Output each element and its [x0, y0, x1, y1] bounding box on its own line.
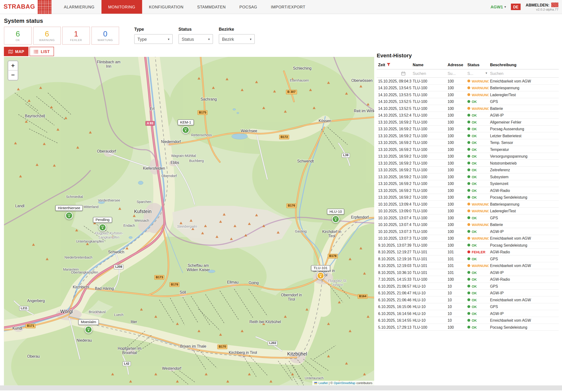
map-marker-kem-1[interactable] [182, 126, 189, 134]
map-marker-moeslalm[interactable] [85, 326, 92, 333]
event-zeit: 13.10.2025, 16:59:27 [377, 139, 411, 146]
map-canvas[interactable]: Flintsbach am InnSchlechingEttenhausenOb… [4, 57, 375, 386]
event-status: OK [466, 166, 489, 173]
event-row[interactable]: 9.10.2025, 13:07:39TLU-100100OKPocsag Se… [377, 242, 559, 249]
nav-item-konfiguration[interactable]: KONFIGURATION [142, 0, 190, 14]
nav-item-stammdaten[interactable]: STAMMDATEN [190, 0, 233, 14]
col-header-name[interactable]: Name [411, 61, 446, 69]
event-row[interactable]: 10.10.2025, 13:07:36TLU-100100WARNUNGErr… [377, 235, 559, 242]
event-row[interactable]: 13.10.2025, 16:59:27TLU-100100OKVersorgu… [377, 153, 559, 160]
event-table-body: 15.10.2025, 09:04:35TLU-100100WARNUNGErr… [377, 77, 559, 331]
map-place-label: Oberndorf in Tirol [281, 293, 303, 301]
event-adresse: 100 [446, 324, 466, 331]
status-card-ok[interactable]: 6OK [4, 27, 32, 45]
list-view-button[interactable]: LIST [30, 47, 54, 56]
status-dot-icon [468, 162, 470, 165]
antenna-icon [100, 225, 105, 230]
nav-item-pocsag[interactable]: POCSAG [233, 0, 264, 14]
zeit-filter-icon[interactable] [387, 63, 390, 67]
event-row[interactable]: 14.10.2025, 13:53:50TLU-100100WARNUNGLad… [377, 91, 559, 98]
col-header-status[interactable]: Status [466, 61, 489, 69]
status-filter-select[interactable]: Status ▾ [178, 34, 213, 44]
event-row[interactable]: 8.10.2025, 10:36:10TLU-101101OKAGW-IP [377, 269, 559, 276]
event-name: TLU-100 [411, 324, 446, 331]
map-view-button[interactable]: MAP [4, 47, 29, 56]
event-row[interactable]: 6.10.2025, 21:06:47HLU-1010OKAGW-IP [377, 290, 559, 297]
map-marker-hlu-10[interactable] [332, 215, 340, 223]
event-row[interactable]: 8.10.2025, 12:19:16TLU-101101OKGPS [377, 255, 559, 262]
event-row[interactable]: 14.10.2025, 13:52:50TLU-100100WARNUNGBat… [377, 105, 559, 112]
status-dot-icon [468, 121, 470, 124]
event-row[interactable]: 14.10.2025, 13:52:54TLU-100100OKGPS [377, 98, 559, 105]
event-zeit: 13.10.2025, 16:59:27 [377, 160, 411, 166]
event-row[interactable]: 15.10.2025, 09:04:35TLU-100100WARNUNGErr… [377, 77, 559, 84]
col-header-zeit[interactable]: Zeit [377, 61, 411, 69]
map-place-label: Schwoich [108, 250, 124, 255]
event-row[interactable]: 13.10.2025, 16:59:27TLU-100100OKTemperat… [377, 146, 559, 153]
event-status: WARNUNG [466, 235, 489, 242]
event-row[interactable]: 8.10.2025, 12:19:03TLU-101101WARNUNGErre… [377, 262, 559, 269]
event-row[interactable]: 7.10.2025, 14:15:33TLU-100100OKAGW-Radio [377, 276, 559, 283]
event-row[interactable]: 6.10.2025, 16:14:56HLU-1010OKAGW-IP [377, 310, 559, 317]
status-dot-icon [468, 203, 470, 206]
event-name: TLU-100 [411, 235, 446, 242]
event-row[interactable]: 10.10.2025, 13:07:46TLU-100100OKGPS [377, 214, 559, 221]
event-row[interactable]: 6.10.2025, 21:06:57HLU-1010OKGPS [377, 283, 559, 290]
zeit-filter-cell[interactable] [377, 69, 411, 78]
col-header-adresse[interactable]: Adresse [446, 61, 466, 69]
event-row[interactable]: 13.10.2025, 16:59:25TLU-100100OKPocsag S… [377, 194, 559, 201]
col-header-beschreibung[interactable]: Beschreibung [489, 61, 559, 69]
name-filter-input[interactable]: Suchen [411, 69, 446, 78]
status-card-wartung[interactable]: 0WARTUNG [91, 27, 119, 45]
event-row[interactable]: 8.10.2025, 12:19:27TLU-101101FEHLERAGW-R… [377, 249, 559, 255]
calendar-icon[interactable] [378, 71, 410, 76]
event-zeit: 10.10.2025, 13:09:41 [377, 201, 411, 208]
event-row[interactable]: 13.10.2025, 16:59:27TLU-100100OKSubsyste… [377, 173, 559, 180]
event-row[interactable]: 10.10.2025, 13:07:42TLU-100100WARNUNGBat… [377, 221, 559, 228]
type-filter-select[interactable]: Type ▾ [134, 34, 173, 44]
map-place-label: Schmiedtal [66, 195, 83, 199]
event-row[interactable]: 13.10.2025, 16:59:27TLU-100100OKAllgemei… [377, 119, 559, 125]
language-toggle[interactable]: DE [511, 4, 521, 10]
event-row[interactable]: 10.10.2025, 13:09:03TLU-100100WARNUNGLad… [377, 208, 559, 214]
event-row[interactable]: 13.10.2025, 16:59:27TLU-100100OKSystemze… [377, 180, 559, 187]
flag-icon [314, 382, 317, 384]
status-card-warnung[interactable]: 6WARNUNG [33, 27, 61, 45]
nav-item-monitoring[interactable]: MONITORING [101, 0, 142, 14]
event-row[interactable]: 13.10.2025, 16:59:27TLU-100100OKAGW-Radi… [377, 187, 559, 194]
map-marker-tlu-101[interactable] [317, 272, 325, 279]
status-text: WARNUNG [472, 209, 489, 213]
status-text: OK [472, 270, 477, 274]
map-marker-hinterthiersee[interactable] [65, 212, 73, 220]
openstreetmap-link[interactable]: OpenStreetMap [334, 381, 355, 385]
adresse-filter-input[interactable]: Su... [446, 69, 466, 78]
logout-button[interactable]: ABMELDEN: v2.0.2-alpha.77 [526, 3, 559, 11]
beschreibung-filter-input[interactable]: Suchen [489, 69, 559, 78]
event-row[interactable]: 13.10.2025, 16:59:27TLU-100100OKTemp. Se… [377, 139, 559, 146]
zoom-out-button[interactable]: − [8, 71, 18, 80]
nav-item-alarmierung[interactable]: ALARMIERUNG [57, 0, 102, 14]
event-row[interactable]: 10.10.2025, 13:09:41TLU-100100WARNUNGBat… [377, 201, 559, 208]
event-row[interactable]: 14.10.2025, 13:54:50TLU-100100WARNUNGBat… [377, 84, 559, 91]
event-row[interactable]: 13.10.2025, 16:59:27TLU-100100OKLetzter … [377, 132, 559, 139]
nav-item-import-export[interactable]: IMPORT/EXPORT [264, 0, 312, 14]
agw-selector[interactable]: AGW1 ▾ [491, 5, 506, 9]
event-status: OK [466, 98, 489, 105]
event-row[interactable]: 6.10.2025, 21:06:46HLU-1010OKErreichbark… [377, 296, 559, 303]
status-card-fehler[interactable]: 1FEHLER [62, 27, 90, 45]
status-filter-select[interactable]: S...▾ [466, 69, 489, 78]
bezirk-filter-select[interactable]: Bezirk ▾ [219, 34, 255, 44]
map-marker-pendling[interactable] [99, 224, 106, 231]
event-row[interactable]: 6.10.2025, 16:14:55HLU-1010OKErreichbark… [377, 317, 559, 324]
event-row[interactable]: 13.10.2025, 16:59:27TLU-100100OKPocsag A… [377, 125, 559, 132]
event-row[interactable]: 10.10.2025, 13:07:36TLU-100100OKAGW-IP [377, 228, 559, 235]
event-row[interactable]: 13.10.2025, 16:59:27TLU-100100OKZeitrefe… [377, 166, 559, 173]
event-row[interactable]: 6.10.2025, 16:15:06HLU-1010OKGPS [377, 303, 559, 310]
status-text: OK [472, 277, 477, 281]
leaflet-link[interactable]: Leaflet [318, 381, 328, 385]
event-row[interactable]: 13.10.2025, 16:59:27TLU-100100OKNotstrom… [377, 160, 559, 166]
event-row[interactable]: 14.10.2025, 13:52:45TLU-100100OKAGW-IP [377, 112, 559, 119]
event-row[interactable]: 5.10.2025, 17:29:13TLU-100100OKPocsag Se… [377, 324, 559, 331]
zoom-in-button[interactable]: + [8, 61, 18, 71]
map-place-label: Vorderthiersee [98, 199, 120, 202]
